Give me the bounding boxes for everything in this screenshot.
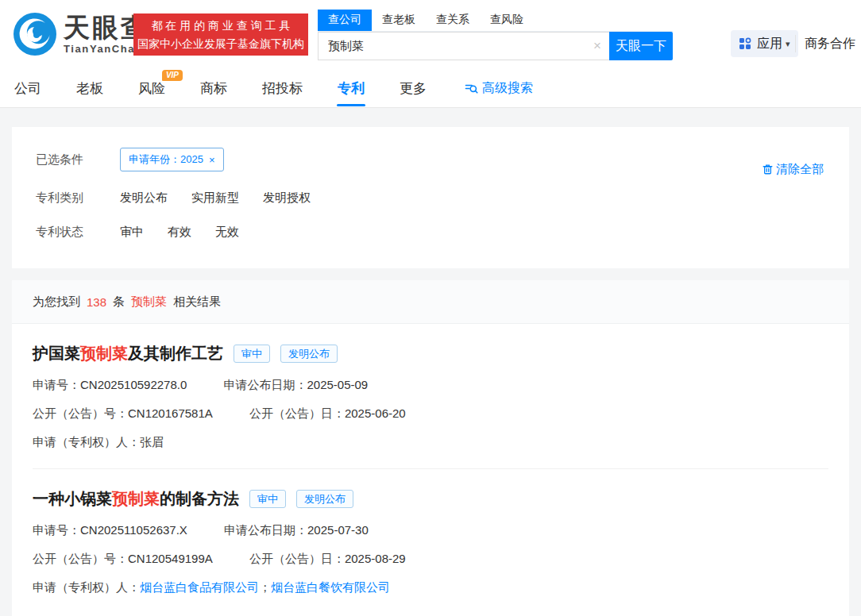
search-button[interactable]: 天眼一下 xyxy=(609,32,673,60)
slogan-line1: 都 在 用 的 商 业 查 询 工 具 xyxy=(133,17,308,33)
patent-result-item: 一种小锅菜预制菜的制备方法 审中 发明公布 申请号：CN202511052637… xyxy=(12,469,849,614)
filter-option-invention-grant[interactable]: 发明授权 xyxy=(263,191,311,206)
application-no-label: 申请号： xyxy=(33,378,80,391)
nav-item-boss[interactable]: 老板 xyxy=(76,71,103,106)
announcement-no-label: 公开（公告）号： xyxy=(33,552,128,565)
publication-date-value: 2025-07-30 xyxy=(307,523,369,537)
type-badge: 发明公布 xyxy=(296,490,353,508)
clear-all-button[interactable]: 清除全部 xyxy=(762,162,824,177)
trash-icon xyxy=(762,164,774,175)
selected-conditions-label: 已选条件 xyxy=(36,152,120,167)
apps-grid-icon xyxy=(739,37,751,50)
main-nav: 公司 老板 风险 VIP 商标 招投标 专利 更多 高级搜索 xyxy=(0,70,861,108)
title-text: 一种小锅菜 xyxy=(33,488,112,510)
apps-label: 应用 xyxy=(757,36,782,52)
nav-item-more[interactable]: 更多 xyxy=(400,71,427,106)
title-text: 的制备方法 xyxy=(160,488,239,510)
filter-chip-year[interactable]: 申请年份：2025 × xyxy=(120,148,224,171)
caret-down-icon: ▾ xyxy=(786,39,790,49)
summary-keyword: 预制菜 xyxy=(131,295,167,310)
patent-title-link[interactable]: 护国菜预制菜及其制作工艺 审中 发明公布 xyxy=(33,343,828,364)
application-no-value: CN202510592278.0 xyxy=(80,378,187,391)
status-badge: 审中 xyxy=(234,345,270,363)
vip-badge: VIP xyxy=(162,70,183,81)
results-panel: 为您找到 138 条 预制菜 相关结果 护国菜预制菜及其制作工艺 审中 发明公布… xyxy=(12,280,849,616)
application-no-value: CN202511052637.X xyxy=(80,523,187,537)
nav-item-bidding[interactable]: 招投标 xyxy=(262,71,303,106)
summary-count: 138 xyxy=(87,295,106,309)
applicant-name: 张眉 xyxy=(140,435,164,449)
filter-chip-label: 申请年份：2025 xyxy=(129,152,203,167)
patent-status-label: 专利状态 xyxy=(36,225,120,240)
search-tab-boss[interactable]: 查老板 xyxy=(372,10,426,31)
search-input[interactable] xyxy=(318,32,609,60)
apps-menu-button[interactable]: 应用 ▾ xyxy=(731,30,798,57)
publication-date-label: 申请公布日期： xyxy=(223,378,307,391)
announcement-no-label: 公开（公告）号： xyxy=(33,406,128,420)
nav-item-risk[interactable]: 风险 VIP xyxy=(138,71,165,106)
status-badge: 审中 xyxy=(249,490,286,508)
advanced-search-icon xyxy=(465,82,478,95)
publication-date-value: 2025-05-09 xyxy=(307,378,368,391)
search-tabs: 查公司 查老板 查关系 查风险 xyxy=(318,10,673,32)
title-text: 及其制作工艺 xyxy=(128,343,223,364)
summary-suffix: 相关结果 xyxy=(173,295,221,310)
applicant-company-link[interactable]: 烟台蓝白餐饮有限公司 xyxy=(271,580,390,594)
announcement-date-label: 公开（公告）日： xyxy=(249,552,345,565)
application-no-label: 申请号： xyxy=(33,523,80,537)
applicant-company-link[interactable]: 烟台蓝白食品有限公司 xyxy=(140,580,259,594)
applicant-label: 申请（专利权）人： xyxy=(33,435,140,449)
announcement-date-value: 2025-08-29 xyxy=(345,552,406,565)
chip-close-icon[interactable]: × xyxy=(209,154,215,166)
title-keyword-highlight: 预制菜 xyxy=(80,343,128,364)
header: 天眼查 TianYanCha.com 都 在 用 的 商 业 查 询 工 具 国… xyxy=(0,0,861,70)
summary-prefix: 为您找到 xyxy=(33,295,80,310)
summary-unit: 条 xyxy=(113,295,125,310)
search-area: 查公司 查老板 查关系 查风险 × 天眼一下 xyxy=(318,10,673,60)
announcement-no-value: CN120549199A xyxy=(128,552,213,565)
nav-item-trademark[interactable]: 商标 xyxy=(200,71,227,106)
advanced-search-link[interactable]: 高级搜索 xyxy=(465,80,533,97)
announcement-date-label: 公开（公告）日： xyxy=(249,406,345,420)
business-cooperation-link[interactable]: 商务合作 xyxy=(805,36,855,52)
title-text: 护国菜 xyxy=(33,343,80,364)
filter-option-valid[interactable]: 有效 xyxy=(168,225,191,240)
nav-item-risk-label: 风险 xyxy=(138,81,165,96)
announcement-date-value: 2025-06-20 xyxy=(345,406,406,420)
filter-option-invention-publication[interactable]: 发明公布 xyxy=(120,191,168,206)
search-tab-risk[interactable]: 查风险 xyxy=(480,10,534,31)
filter-option-utility-model[interactable]: 实用新型 xyxy=(191,191,239,206)
publication-date-label: 申请公布日期： xyxy=(224,523,307,537)
filter-panel: 已选条件 申请年份：2025 × 专利类别 发明公布 实用新型 发明授权 专利状… xyxy=(12,127,849,268)
advanced-search-label: 高级搜索 xyxy=(482,80,533,97)
patent-result-item: 护国菜预制菜及其制作工艺 审中 发明公布 申请号：CN202510592278.… xyxy=(12,324,849,468)
nav-item-company[interactable]: 公司 xyxy=(14,71,41,106)
title-keyword-highlight: 预制菜 xyxy=(112,488,160,510)
patent-title-link[interactable]: 一种小锅菜预制菜的制备方法 审中 发明公布 xyxy=(33,488,828,510)
applicant-separator: ； xyxy=(259,580,271,594)
filter-option-pending[interactable]: 审中 xyxy=(120,225,144,240)
clear-search-icon[interactable]: × xyxy=(593,38,601,54)
tianyancha-logo-icon xyxy=(13,12,57,56)
filter-option-invalid[interactable]: 无效 xyxy=(215,225,239,240)
slogan-line2: 国家中小企业发展子基金旗下机构 xyxy=(133,36,308,52)
nav-item-patent[interactable]: 专利 xyxy=(338,71,365,106)
results-summary: 为您找到 138 条 预制菜 相关结果 xyxy=(12,280,849,324)
search-tab-relation[interactable]: 查关系 xyxy=(426,10,480,31)
clear-all-label: 清除全部 xyxy=(776,162,824,177)
header-divider xyxy=(795,35,796,52)
type-badge: 发明公布 xyxy=(280,345,338,363)
announcement-no-value: CN120167581A xyxy=(128,406,213,420)
applicant-label: 申请（专利权）人： xyxy=(33,580,140,594)
patent-category-label: 专利类别 xyxy=(36,191,120,206)
brand-slogan: 都 在 用 的 商 业 查 询 工 具 国家中小企业发展子基金旗下机构 xyxy=(133,13,308,56)
search-tab-company[interactable]: 查公司 xyxy=(318,10,372,31)
